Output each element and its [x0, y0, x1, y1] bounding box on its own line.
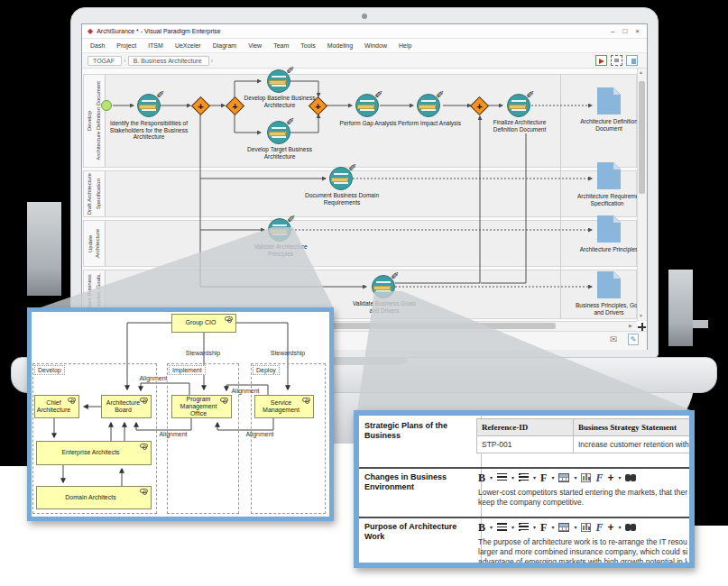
speaker-slab-right	[668, 270, 693, 346]
list-icon[interactable]	[519, 473, 529, 481]
bpmn-task-impact-analysis[interactable]: ✎	[417, 94, 440, 117]
menu-tools[interactable]: Tools	[300, 42, 315, 49]
add-icon[interactable]: +	[607, 472, 613, 483]
task-label: Develop Baseline Business Architecture	[238, 95, 321, 108]
mail-icon[interactable]: ✉	[610, 335, 617, 344]
parallel-gateway[interactable]: +	[473, 99, 486, 113]
scroll-down-icon[interactable]: ▼	[639, 314, 643, 318]
menu-modeling[interactable]: Modeling	[327, 42, 353, 49]
menu-window[interactable]: Window	[364, 42, 387, 49]
menu-project[interactable]: Project	[116, 42, 136, 49]
scroll-right-icon[interactable]: ▶	[629, 324, 632, 328]
pencil-icon: ✎	[285, 66, 297, 74]
pencil-icon: ✎	[285, 117, 297, 125]
find-icon[interactable]	[625, 524, 636, 531]
bpmn-task-finalize-add[interactable]: ✎	[507, 94, 530, 117]
task-label: Identify the Responsibilities of Stakeho…	[104, 120, 194, 141]
vertical-scroll-thumb[interactable]	[639, 81, 645, 194]
bpmn-task-identify-responsibilities[interactable]: ✎	[137, 94, 161, 117]
task-icon: ✎	[137, 94, 161, 117]
menu-itsm[interactable]: ITSM	[148, 42, 163, 49]
task-icon: ✎	[268, 218, 291, 242]
task-label: Validate Business Goals and Drivers	[348, 300, 420, 314]
business-role-icon	[140, 444, 148, 448]
insert-table-icon[interactable]	[558, 523, 569, 532]
breadcrumb-business-architecture[interactable]: B. Business Architecture	[128, 56, 209, 66]
title-bar: ◆ ArchiSurance * - Visual Paradigm Enter…	[82, 24, 647, 39]
fit-selection-icon[interactable]	[611, 55, 622, 66]
pan-diagram-icon[interactable]	[638, 323, 646, 331]
list-icon[interactable]	[519, 523, 529, 531]
row-text-line: keep the company competitive.	[478, 498, 687, 508]
row-label: Changes in Business Environment	[364, 472, 476, 492]
insert-table-icon[interactable]	[558, 473, 569, 482]
group-implement	[167, 363, 239, 514]
task-label: Perform Impact Analysis	[393, 120, 465, 127]
bpmn-task-gap-analysis[interactable]: ✎	[355, 94, 379, 117]
group-deploy-label: Deploy	[253, 365, 280, 375]
edge-label-stewardship: Stewardship	[176, 350, 230, 356]
add-icon[interactable]: +	[607, 522, 613, 533]
document-icon-add[interactable]	[597, 87, 621, 114]
menu-view[interactable]: View	[248, 42, 262, 49]
publish-icon[interactable]	[595, 55, 607, 66]
business-role-icon	[225, 316, 233, 321]
cell-reference-id: STP-001	[477, 436, 574, 453]
scroll-up-icon[interactable]: ▲	[639, 70, 643, 75]
group-develop-label: Develop	[34, 365, 65, 375]
start-event[interactable]	[101, 100, 112, 111]
bpmn-task-develop-target[interactable]: ✎	[267, 121, 290, 144]
speaker-slab-left	[27, 202, 61, 296]
layout-panels-icon[interactable]	[626, 55, 638, 66]
bpmn-task-validate-goals[interactable]: ✎	[372, 275, 395, 298]
bold-icon[interactable]: B	[478, 472, 485, 483]
document-icon-principles[interactable]	[597, 215, 621, 243]
font-icon[interactable]: F	[540, 522, 547, 533]
row-divider	[359, 467, 689, 469]
window-title: ArchiSurance * - Visual Paradigm Enterpr…	[97, 28, 221, 34]
insert-field-icon[interactable]: F	[595, 522, 603, 533]
insert-chart-icon[interactable]	[581, 473, 591, 482]
insert-chart-icon[interactable]	[581, 523, 591, 532]
menu-team[interactable]: Team	[273, 42, 289, 49]
edit-page-icon[interactable]: ✎	[628, 334, 639, 345]
maximize-button[interactable]: □	[622, 27, 627, 35]
menu-dash[interactable]: Dash	[90, 42, 105, 49]
insert-field-icon[interactable]: F	[595, 472, 603, 483]
webcam	[362, 14, 367, 19]
minimize-button[interactable]: –	[611, 27, 614, 35]
breadcrumb-togaf[interactable]: TOGAF	[88, 56, 122, 66]
find-icon[interactable]	[625, 474, 636, 481]
font-icon[interactable]: F	[540, 472, 547, 483]
business-role-icon	[302, 398, 310, 402]
row-text-line: The purpose of architecture work is to r…	[478, 537, 687, 547]
bold-icon[interactable]: B	[478, 522, 485, 533]
menu-uexceler[interactable]: UeXceler	[175, 42, 201, 49]
task-icon: ✎	[329, 167, 353, 190]
bpmn-task-document-requirements[interactable]: ✎	[329, 167, 353, 190]
close-button[interactable]: ×	[635, 27, 640, 35]
menu-diagram[interactable]: Diagram	[213, 42, 236, 49]
menu-help[interactable]: Help	[399, 42, 411, 49]
document-label: Architecture Principles	[576, 246, 642, 253]
align-icon[interactable]	[497, 473, 507, 481]
align-icon[interactable]	[497, 523, 507, 531]
task-icon: ✎	[417, 94, 440, 117]
document-icon-business-principles[interactable]	[597, 271, 621, 298]
bpmn-task-develop-baseline[interactable]: ✎	[267, 69, 290, 93]
row-label: Strategic Plans of the Business	[364, 421, 476, 441]
row-label: Purpose of Architecture Work	[364, 522, 476, 542]
parallel-gateway[interactable]: +	[194, 99, 207, 113]
chevron-right-icon: ›	[124, 57, 126, 65]
bpmn-task-validate-principles[interactable]: ✎	[268, 218, 291, 242]
role-domain-architects: Domain Architects	[36, 486, 152, 509]
black-backdrop-left	[0, 403, 27, 466]
task-label: Develop Target Business Architecture	[238, 146, 321, 160]
edge-label-alignment: Alignment	[133, 375, 174, 381]
task-icon: ✎	[267, 69, 290, 93]
marketing-collage: ◆ ArchiSurance * - Visual Paradigm Enter…	[0, 0, 728, 586]
pencil-icon: ✎	[390, 271, 401, 279]
task-icon: ✎	[372, 275, 395, 298]
document-icon-requirements[interactable]	[597, 162, 621, 189]
pencil-icon: ✎	[435, 90, 447, 98]
